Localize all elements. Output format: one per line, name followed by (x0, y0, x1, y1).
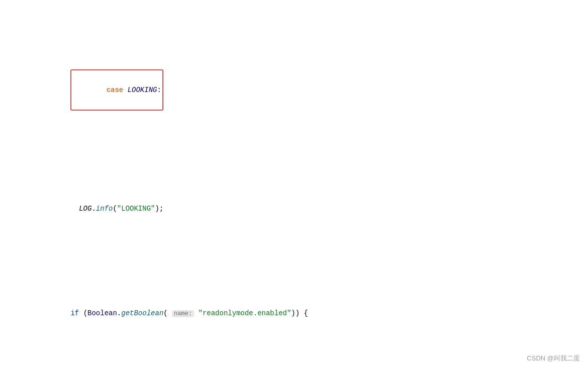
line-3: if (Boolean.getBoolean( name: "readonlym… (0, 294, 588, 333)
code-block: case LOOKING: LOG.info("LOOKING"); if (B… (0, 0, 588, 369)
line-1: case LOOKING: (0, 56, 588, 124)
code-container: case LOOKING: LOG.info("LOOKING"); if (B… (0, 0, 588, 369)
watermark: CSDN @叫我二蛋 (527, 354, 580, 363)
line-2: LOG.info("LOOKING"); (0, 176, 588, 241)
